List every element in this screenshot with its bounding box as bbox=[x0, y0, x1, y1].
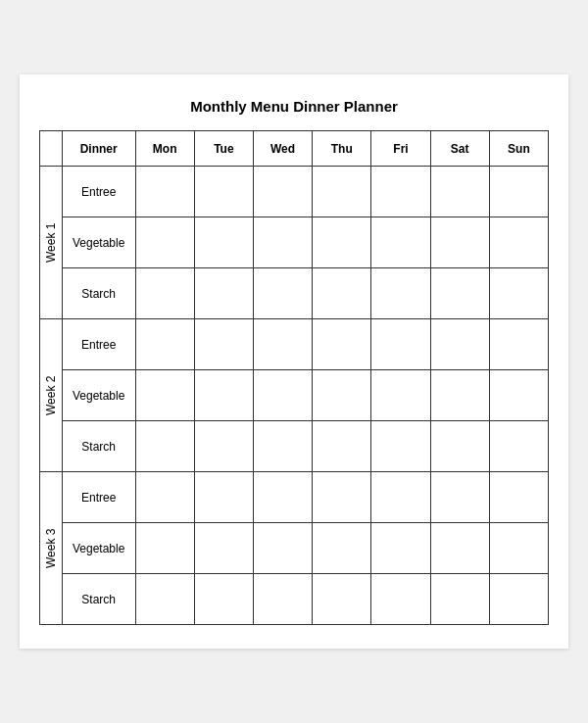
table-row: Week 3Entree bbox=[40, 472, 549, 523]
week-1-row-1-day-7[interactable] bbox=[489, 167, 548, 217]
week-2-row-1-day-5[interactable] bbox=[371, 319, 430, 370]
week-1-row-3-day-1[interactable] bbox=[135, 268, 194, 319]
week-2-row-1-day-2[interactable] bbox=[194, 319, 253, 370]
week-3-row-1-day-1[interactable] bbox=[135, 472, 194, 523]
week-3-row-3-day-5[interactable] bbox=[371, 574, 430, 625]
week-1-row-3-day-5[interactable] bbox=[371, 268, 430, 319]
week-2-row-1-day-4[interactable] bbox=[313, 319, 371, 370]
week-1-row-2-day-1[interactable] bbox=[135, 217, 194, 268]
week-1-row-1-day-3[interactable] bbox=[253, 167, 312, 217]
week-1-row-1-day-4[interactable] bbox=[313, 167, 371, 217]
week-2-row-2-day-4[interactable] bbox=[313, 370, 371, 421]
week-2-row-1-day-6[interactable] bbox=[430, 319, 489, 370]
week-3-row-2-day-4[interactable] bbox=[313, 523, 371, 574]
page-title: Monthly Menu Dinner Planner bbox=[39, 98, 549, 115]
week-3-row-3-day-4[interactable] bbox=[313, 574, 371, 625]
header-sat: Sat bbox=[430, 131, 489, 167]
table-row: Starch bbox=[40, 574, 549, 625]
header-wed: Wed bbox=[253, 131, 312, 167]
table-row: Starch bbox=[40, 421, 549, 472]
week-3-row-2-day-7[interactable] bbox=[489, 523, 548, 574]
week-3-row-1-day-2[interactable] bbox=[194, 472, 253, 523]
week-3-row-2-day-5[interactable] bbox=[371, 523, 430, 574]
week-3-row-1-label: Entree bbox=[62, 472, 135, 523]
week-1-row-3-day-3[interactable] bbox=[253, 268, 312, 319]
week-1-row-1-day-6[interactable] bbox=[430, 167, 489, 217]
table-row: Vegetable bbox=[40, 523, 549, 574]
week-2-row-1-day-3[interactable] bbox=[253, 319, 312, 370]
header-mon: Mon bbox=[135, 131, 194, 167]
week-3-row-3-day-6[interactable] bbox=[430, 574, 489, 625]
week-3-row-3-label: Starch bbox=[62, 574, 135, 625]
table-row: Vegetable bbox=[40, 217, 549, 268]
week-2-row-1-label: Entree bbox=[62, 319, 135, 370]
week-3-label: Week 3 bbox=[40, 472, 63, 625]
week-2-row-2-day-6[interactable] bbox=[430, 370, 489, 421]
planner-table: Dinner Mon Tue Wed Thu Fri Sat Sun Week … bbox=[39, 130, 549, 625]
week-1-label: Week 1 bbox=[40, 167, 63, 319]
week-3-row-2-label: Vegetable bbox=[62, 523, 135, 574]
week-2-row-2-label: Vegetable bbox=[62, 370, 135, 421]
week-3-row-3-day-7[interactable] bbox=[489, 574, 548, 625]
dinner-header: Dinner bbox=[62, 131, 135, 167]
week-1-row-1-day-2[interactable] bbox=[194, 167, 253, 217]
week-2-row-2-day-5[interactable] bbox=[371, 370, 430, 421]
week-1-row-2-day-7[interactable] bbox=[489, 217, 548, 268]
week-2-row-3-day-7[interactable] bbox=[489, 421, 548, 472]
table-row: Starch bbox=[40, 268, 549, 319]
week-3-row-1-day-4[interactable] bbox=[313, 472, 371, 523]
week-2-row-2-day-7[interactable] bbox=[489, 370, 548, 421]
week-1-row-1-day-1[interactable] bbox=[135, 167, 194, 217]
week-2-row-2-day-3[interactable] bbox=[253, 370, 312, 421]
week-1-row-3-day-4[interactable] bbox=[313, 268, 371, 319]
corner-cell bbox=[40, 131, 63, 167]
header-tue: Tue bbox=[194, 131, 253, 167]
week-3-row-2-day-3[interactable] bbox=[253, 523, 312, 574]
header-sun: Sun bbox=[489, 131, 548, 167]
week-3-row-2-day-2[interactable] bbox=[194, 523, 253, 574]
week-1-row-2-day-5[interactable] bbox=[371, 217, 430, 268]
week-2-row-3-day-1[interactable] bbox=[135, 421, 194, 472]
header-thu: Thu bbox=[313, 131, 371, 167]
week-2-row-3-label: Starch bbox=[62, 421, 135, 472]
week-3-row-1-day-6[interactable] bbox=[430, 472, 489, 523]
week-2-row-3-day-2[interactable] bbox=[194, 421, 253, 472]
week-2-row-3-day-6[interactable] bbox=[430, 421, 489, 472]
week-2-row-2-day-2[interactable] bbox=[194, 370, 253, 421]
week-3-row-3-day-1[interactable] bbox=[135, 574, 194, 625]
week-3-row-3-day-3[interactable] bbox=[253, 574, 312, 625]
table-row: Week 2Entree bbox=[40, 319, 549, 370]
week-2-row-3-day-3[interactable] bbox=[253, 421, 312, 472]
week-1-row-2-day-3[interactable] bbox=[253, 217, 312, 268]
week-1-row-2-day-2[interactable] bbox=[194, 217, 253, 268]
week-2-row-3-day-5[interactable] bbox=[371, 421, 430, 472]
week-3-row-3-day-2[interactable] bbox=[194, 574, 253, 625]
table-row: Week 1Entree bbox=[40, 167, 549, 217]
week-1-row-2-label: Vegetable bbox=[62, 217, 135, 268]
week-1-row-3-day-7[interactable] bbox=[489, 268, 548, 319]
week-3-row-2-day-1[interactable] bbox=[135, 523, 194, 574]
page-container: Monthly Menu Dinner Planner Dinner Mon T… bbox=[20, 74, 568, 649]
week-1-row-3-day-2[interactable] bbox=[194, 268, 253, 319]
week-3-row-1-day-3[interactable] bbox=[253, 472, 312, 523]
week-1-row-1-day-5[interactable] bbox=[371, 167, 430, 217]
header-row: Dinner Mon Tue Wed Thu Fri Sat Sun bbox=[40, 131, 549, 167]
week-3-row-1-day-7[interactable] bbox=[489, 472, 548, 523]
table-row: Vegetable bbox=[40, 370, 549, 421]
week-1-row-2-day-4[interactable] bbox=[313, 217, 371, 268]
week-2-row-1-day-1[interactable] bbox=[135, 319, 194, 370]
week-1-row-3-label: Starch bbox=[62, 268, 135, 319]
week-1-row-3-day-6[interactable] bbox=[430, 268, 489, 319]
week-1-row-1-label: Entree bbox=[62, 167, 135, 217]
week-2-row-3-day-4[interactable] bbox=[313, 421, 371, 472]
week-1-row-2-day-6[interactable] bbox=[430, 217, 489, 268]
week-2-row-1-day-7[interactable] bbox=[489, 319, 548, 370]
week-3-row-1-day-5[interactable] bbox=[371, 472, 430, 523]
header-fri: Fri bbox=[371, 131, 430, 167]
week-2-row-2-day-1[interactable] bbox=[135, 370, 194, 421]
week-2-label: Week 2 bbox=[40, 319, 63, 472]
week-3-row-2-day-6[interactable] bbox=[430, 523, 489, 574]
